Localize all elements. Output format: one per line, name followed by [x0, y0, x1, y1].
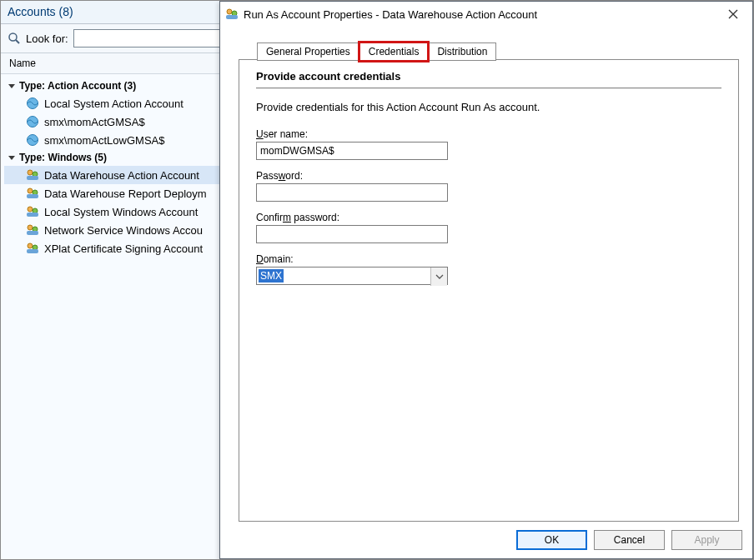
- tree-item[interactable]: Network Service Windows Accou: [4, 221, 250, 239]
- section-description: Provide credentials for this Action Acco…: [256, 101, 721, 113]
- accounts-header: Accounts (8): [1, 1, 250, 24]
- domain-label: Domain:Domain:: [256, 253, 721, 265]
- tree-group-label: Type: Action Account (3): [19, 80, 136, 92]
- username-input[interactable]: [256, 142, 448, 160]
- account-users-icon: [26, 187, 39, 200]
- tab-credentials[interactable]: Credentials: [359, 42, 429, 61]
- divider: [256, 88, 721, 89]
- svg-point-11: [28, 207, 33, 212]
- tree-item-label: smx\momActGMSA$: [44, 116, 145, 128]
- tab-general-properties[interactable]: General Properties: [257, 42, 359, 61]
- chevron-down-icon[interactable]: [430, 268, 447, 286]
- apply-button: Apply: [671, 530, 742, 550]
- account-users-icon: [26, 205, 39, 218]
- chevron-down-icon: [8, 82, 16, 90]
- svg-rect-22: [226, 15, 238, 19]
- tree-group-windows[interactable]: Type: Windows (5): [4, 149, 250, 166]
- domain-combobox[interactable]: SMX: [256, 267, 448, 285]
- tab-page-credentials: Provide account credentials Provide cred…: [239, 59, 739, 522]
- account-globe-icon: [26, 133, 39, 147]
- ok-button[interactable]: OK: [516, 530, 587, 550]
- svg-point-17: [28, 243, 33, 248]
- svg-line-1: [16, 40, 19, 43]
- svg-rect-19: [27, 249, 38, 253]
- close-button[interactable]: [719, 4, 747, 24]
- dialog-icon: [225, 8, 239, 21]
- lookfor-label: Look for:: [26, 32, 68, 45]
- tree-item[interactable]: Local System Windows Account: [4, 202, 250, 221]
- tree-item[interactable]: Local System Action Account: [4, 94, 250, 112]
- svg-point-0: [9, 33, 17, 41]
- dialog-title: Run As Account Properties - Data Warehou…: [244, 8, 537, 21]
- tree-item-label: Network Service Windows Accou: [44, 224, 203, 237]
- accounts-pane: Accounts (8) Look for: Name Type: Action…: [1, 1, 251, 559]
- tree-item[interactable]: smx\momActGMSA$: [4, 112, 250, 131]
- account-users-icon: [26, 223, 39, 237]
- name-column-header[interactable]: Name: [1, 53, 250, 74]
- lookfor-input[interactable]: [73, 29, 244, 48]
- chevron-down-icon: [8, 153, 16, 162]
- password-label: Password:Password:: [256, 170, 721, 182]
- svg-rect-16: [27, 231, 38, 235]
- confirm-password-input[interactable]: [256, 225, 448, 243]
- tree-item-label: XPlat Certificate Signing Account: [44, 242, 203, 255]
- tree-item[interactable]: smx\momActLowGMSA$: [4, 131, 250, 149]
- tree-item-label: Data Warehouse Action Account: [44, 169, 199, 182]
- section-title: Provide account credentials: [256, 67, 721, 88]
- svg-point-5: [28, 170, 33, 175]
- tree-item[interactable]: Data Warehouse Action Account: [4, 166, 250, 184]
- svg-rect-10: [27, 194, 38, 198]
- runas-properties-dialog: Run As Account Properties - Data Warehou…: [219, 1, 753, 559]
- tree-item[interactable]: Data Warehouse Report Deploym: [4, 184, 250, 202]
- confirm-password-label: Confirm password:Confirm password:: [256, 212, 721, 223]
- account-users-icon: [26, 168, 39, 182]
- tree-item-label: smx\momActLowGMSA$: [44, 134, 164, 147]
- search-icon: [8, 32, 21, 45]
- username-label: UUser name:ser name:: [256, 128, 721, 140]
- domain-value: SMX: [259, 269, 284, 282]
- tree-item[interactable]: XPlat Certificate Signing Account: [4, 239, 250, 258]
- svg-point-20: [227, 9, 232, 14]
- tab-distribution[interactable]: Distribution: [428, 42, 496, 61]
- tree-item-label: Data Warehouse Report Deploym: [44, 188, 207, 200]
- svg-point-14: [28, 225, 33, 230]
- svg-rect-7: [27, 176, 38, 180]
- cancel-button[interactable]: Cancel: [594, 530, 665, 550]
- account-globe-icon: [26, 115, 39, 128]
- tree-group-action[interactable]: Type: Action Account (3): [4, 78, 250, 94]
- tree-item-label: Local System Action Account: [44, 98, 183, 110]
- tree-group-label: Type: Windows (5): [19, 152, 107, 163]
- close-icon: [728, 9, 738, 19]
- svg-point-8: [28, 188, 33, 193]
- account-globe-icon: [26, 97, 39, 110]
- svg-rect-13: [27, 212, 38, 217]
- accounts-tree: Type: Action Account (3) Local System Ac…: [1, 74, 250, 258]
- password-input[interactable]: [256, 183, 448, 202]
- tree-item-label: Local System Windows Account: [44, 206, 198, 218]
- account-users-icon: [26, 242, 39, 255]
